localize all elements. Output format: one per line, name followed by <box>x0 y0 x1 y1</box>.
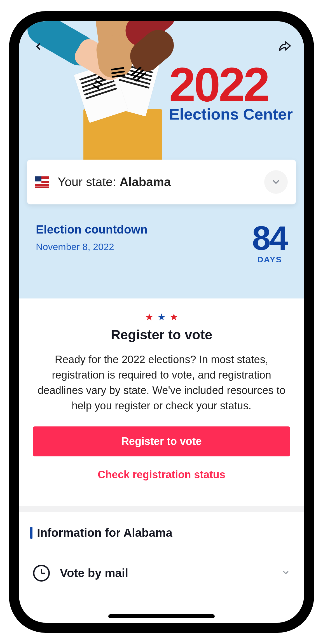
hero-year: 2022 <box>169 63 293 106</box>
share-arrow-icon <box>278 39 292 53</box>
home-indicator <box>108 614 215 618</box>
countdown-title: Election countdown <box>36 223 148 236</box>
chevron-left-icon <box>33 40 43 53</box>
state-selector[interactable]: Your state: Alabama <box>27 160 296 204</box>
star-icon: ★ <box>170 311 178 323</box>
star-icon: ★ <box>145 311 153 323</box>
hero-section: 2022 Elections Center Your state: Alabam… <box>19 21 304 298</box>
countdown-days-label: DAYS <box>252 255 287 264</box>
info-heading-row: Information for Alabama <box>30 526 293 540</box>
countdown-date: November 8, 2022 <box>36 241 148 252</box>
section-divider <box>19 506 304 512</box>
vote-by-mail-row[interactable]: Vote by mail <box>30 556 293 590</box>
state-name: Alabama <box>120 175 171 189</box>
check-registration-link[interactable]: Check registration status <box>33 469 290 481</box>
hero-title: 2022 Elections Center <box>169 63 293 123</box>
register-title: Register to vote <box>33 327 290 342</box>
register-body: Ready for the 2022 elections? In most st… <box>33 352 290 414</box>
state-label: Your state: Alabama <box>58 175 171 189</box>
register-to-vote-button[interactable]: Register to vote <box>33 426 290 456</box>
us-flag-icon <box>35 176 49 188</box>
state-expand-button[interactable] <box>264 170 288 194</box>
phone-frame: 2022 Elections Center Your state: Alabam… <box>9 11 314 633</box>
hero-subtitle: Elections Center <box>169 105 293 123</box>
accent-bar <box>30 527 32 539</box>
share-button[interactable] <box>277 38 293 55</box>
info-section: Information for Alabama Vote by mail <box>19 512 304 590</box>
stars-decoration: ★ ★ ★ <box>33 311 290 323</box>
info-heading: Information for Alabama <box>37 526 172 540</box>
back-button[interactable] <box>30 38 46 55</box>
screen: 2022 Elections Center Your state: Alabam… <box>19 21 304 623</box>
state-prefix: Your state: <box>58 175 120 189</box>
chevron-down-icon <box>271 177 281 187</box>
expand-icon <box>282 568 290 578</box>
accordion-label: Vote by mail <box>60 566 128 580</box>
countdown-days-number: 84 <box>252 223 287 253</box>
register-section: ★ ★ ★ Register to vote Ready for the 202… <box>19 298 304 506</box>
star-icon: ★ <box>157 311 166 323</box>
countdown-block: Election countdown November 8, 2022 84 D… <box>36 223 287 264</box>
clock-icon <box>33 565 50 582</box>
chevron-down-icon <box>282 568 290 577</box>
